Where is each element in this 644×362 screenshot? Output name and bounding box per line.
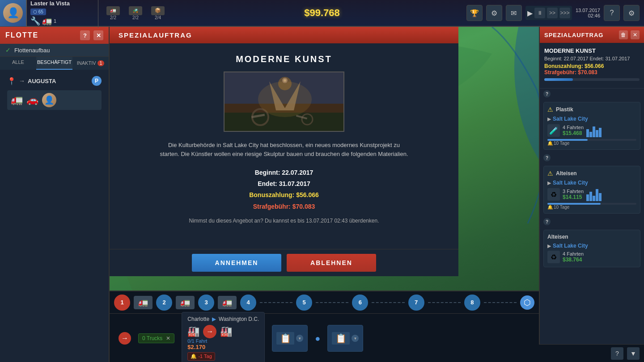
route-dashes-2 [316,302,348,303]
route-truck-1: 🚛 [134,296,153,309]
accept-button[interactable]: ANNEHMEN [192,254,281,272]
inaktiv-count: 1 [97,60,105,66]
modal-content-title: MODERNE KUNST [120,54,448,64]
pause-button[interactable]: ⏸ [534,8,545,18]
mail-btn[interactable]: ✉ [506,5,522,21]
modal-bonus-line: Bonuszahlung: $56.066 [120,189,448,201]
filter-tabs: ALLE BESCHÄFTIGT INAKTIV 1 [0,57,109,70]
cargo-card-1-header: ⚠ Plastik [547,106,636,113]
trophy-btn[interactable]: 🏆 [466,5,483,21]
cargo-dest-row-3: ▶ Salt Lake City [547,243,636,249]
spezial-close-btn[interactable]: ✕ [631,30,640,39]
cargo-card-1-header: ? [540,88,644,99]
decline-button[interactable]: ABLEHNEN [287,254,376,272]
cargo-days-1: 🔔 10 Tage [547,141,636,146]
cargo-card-3-header: Alteisen [547,234,636,240]
tab-beschaeftigt[interactable]: BESCHÄFTIGT [36,57,72,70]
truck-icon-1: 🚛 [11,94,23,106]
route-step-8[interactable]: 8 [464,295,480,311]
cargo-earnings-3: $38.764 [563,257,584,263]
cargo-days-2: 🔔 10 Tage [547,205,636,210]
spezial-penalty: Strafgebühr: $70.083 [544,69,640,76]
modal-description: Die Kulturbehörde in Salt Lake City hat … [159,141,409,158]
progress-bar [544,78,640,81]
trucks-close-btn[interactable]: ✕ [166,335,170,341]
ctrl-help-btn[interactable]: ? [611,347,623,360]
ff-button[interactable]: >> [547,8,558,18]
warning-icon-2: ⚠ [547,170,553,177]
flotte-help-btn[interactable]: ? [80,30,90,40]
left-panel: FLOTTE ? ✕ ✓ Flottenaufbau ALLE BESCHÄFT… [0,27,110,362]
route-bar: 1 🚛 2 🚛 3 🚛 4 5 6 7 8 ⬡ [110,291,539,314]
car-icon-1: 🚗 [26,94,38,106]
modal-overlay: SPEZIALAUFTRAG MODERNE KUNST [110,27,458,290]
route-truck-3: 🚛 [218,296,237,309]
modal-penalty-line: Strafgebühr: $70.083 [120,201,448,212]
cargo-dest-row-2: ▶ Salt Lake City [547,180,636,186]
vehicle-row-1[interactable]: 🚛 🚗 👤 [7,90,102,110]
route-step-4[interactable]: 4 [240,295,256,311]
cargo-chart-2 [586,188,636,201]
cargo-dest-2: Salt Lake City [553,180,588,186]
spezial-bonus: Bonuszahlung: $56.066 [544,63,640,69]
cargo-trips-2: 3 Fahrten [563,189,584,194]
right-icons: 🏆 ⚙ ✉ ▶ ⏸ >> >>> 13.07.2017 02:46 ? ⚙ [466,5,640,21]
question-badge-2[interactable]: ? [543,154,551,161]
route-step-2[interactable]: 2 [156,295,172,311]
trucks-count-label: 0 Trucks [142,335,162,341]
trucks-badge: 0 Trucks ✕ [138,333,174,343]
route-step-3[interactable]: 3 [198,295,214,311]
cargo-from-to: Charlotte ▶ Washington D.C. [187,316,259,322]
route-truck-2: 🚛 [176,296,195,309]
cargo-card-2-header: ⚠ Alteisen [547,170,636,177]
question-badge-1[interactable]: ? [543,90,551,97]
to-city: Washington D.C. [219,316,259,322]
time-display: 02:46 [576,13,600,18]
route-step-6[interactable]: 6 [352,295,368,311]
from-city: Charlotte [187,316,209,322]
flotte-header: FLOTTE ? ✕ [0,27,109,44]
company-info: Laster la Vista ⬡ 65 🔧 🚛 1 [27,0,98,28]
parking-icon: P [92,76,102,86]
trucks-nav[interactable]: 🚛 2/2 [103,4,123,22]
modal-image [224,72,344,132]
warning-icon-1: ⚠ [547,106,553,113]
spezial-content: MODERNE KUNST Beginnt: 22.07.2017 Endet:… [540,43,644,88]
route-hexagon[interactable]: ⬡ [520,295,534,310]
route-dashes-5 [484,302,517,303]
tab-inaktiv[interactable]: INAKTIV 1 [72,57,109,70]
cargo-card-1[interactable]: ⚠ Plastik ▶ Salt Lake City 🧪 4 Fahrten $… [543,102,640,150]
flotte-close-btn[interactable]: ✕ [93,30,103,40]
gear-btn[interactable]: ⚙ [623,5,640,21]
settings-btn[interactable]: ⚙ [486,5,502,21]
route-step-5[interactable]: 5 [296,295,312,311]
route-dashes-4 [428,302,461,303]
tab-alle[interactable]: ALLE [0,57,36,70]
cargo-penalty-badge: 🔔 -1 Tag [187,352,215,361]
truck-icons: 🔧 🚛 1 [30,16,94,26]
fff-button[interactable]: >>> [559,8,570,18]
cargo-circle-btn-2[interactable]: ▼ [352,335,359,342]
avatar: 👤 [3,3,23,23]
svg-point-12 [258,81,312,117]
cargo-nav[interactable]: 📦 2/4 [148,4,168,22]
question-badge-3[interactable]: ? [543,218,551,225]
modal-footer: ANNEHMEN ABLEHNEN [110,249,458,276]
cargo-doc-box-1[interactable]: 📋 ▼ [272,325,308,352]
ctrl-collapse-btn[interactable]: ▼ [627,347,640,360]
cargo-doc-box-2[interactable]: 📋 ▼ [327,325,363,352]
city-row-augusta[interactable]: 📍 → AUGUSTA P [4,73,105,88]
trailers-nav[interactable]: 🚜 2/2 [125,4,146,22]
route-step-1[interactable]: 1 [114,295,130,311]
spezial-delete-btn[interactable]: 🗑 [619,30,628,39]
arrow-city: → [19,77,25,84]
help-btn[interactable]: ? [604,5,620,21]
modal-dates: Beginnt: 22.07.2017 Endet: 31.07.2017 Bo… [120,167,448,212]
flottenaufbau-row[interactable]: ✓ Flottenaufbau [0,44,109,57]
cargo-card-3[interactable]: Alteisen ▶ Salt Lake City ♻ 4 Fahrten $3… [543,230,640,267]
arrow-icon-3: ▶ [547,243,551,249]
route-step-7[interactable]: 7 [408,295,424,311]
cargo-card-2[interactable]: ⚠ Alteisen ▶ Salt Lake City ♻ 3 Fahrten … [543,166,640,214]
company-badge: ⬡ 65 [30,8,46,15]
cargo-circle-btn-1[interactable]: ▼ [296,335,303,342]
